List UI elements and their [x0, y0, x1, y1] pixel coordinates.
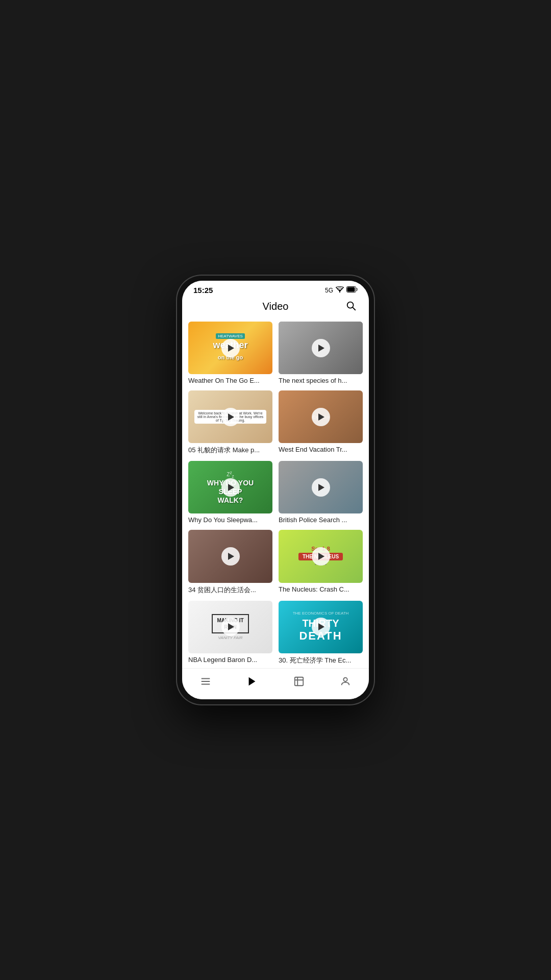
nav-articles[interactable] [192, 674, 219, 692]
play-button[interactable] [312, 339, 330, 357]
articles-icon [200, 676, 211, 690]
video-thumbnail: Expedia [279, 390, 363, 443]
video-title: British Police Search ... [279, 516, 363, 524]
play-button[interactable] [221, 478, 240, 497]
video-title: 30. 死亡经济学 The Ec... [279, 656, 363, 665]
battery-icon [346, 286, 358, 294]
play-button[interactable] [312, 547, 330, 566]
nav-profile[interactable] [332, 674, 359, 692]
video-title: Why Do You Sleepwa... [188, 516, 272, 524]
play-button[interactable] [312, 408, 330, 426]
nav-dict[interactable] [285, 674, 313, 692]
video-title: 34 贫困人口的生活会... [188, 585, 272, 595]
video-card[interactable]: ▶ The next species of h... [279, 322, 363, 384]
video-card[interactable]: Zzz WHY DO YOUSLEEPWALK? Why Do You Slee… [188, 461, 272, 524]
search-button[interactable] [343, 298, 359, 315]
video-thumbnail [188, 530, 272, 582]
play-button[interactable] [221, 618, 240, 636]
content-area: HEATWAVES weatheron the go Weather On Th… [182, 317, 369, 668]
video-thumbnail: MAKING ITRAIN VANITY FAIR [188, 601, 272, 653]
play-button[interactable] [221, 547, 240, 566]
phone-screen: 15:25 5G [182, 281, 369, 699]
wifi-icon [336, 286, 344, 294]
bottom-nav [182, 668, 369, 699]
video-thumbnail: Zzz WHY DO YOUSLEEPWALK? [188, 461, 272, 513]
video-title: The Nucleus: Crash C... [279, 585, 363, 593]
play-button[interactable] [221, 408, 240, 426]
video-card[interactable]: THE ECONOMICS OF DEATH THIRTY DEATH 30. … [279, 601, 363, 665]
page-title: Video [263, 301, 289, 312]
svg-rect-9 [295, 677, 304, 686]
video-title: West End Vacation Tr... [279, 446, 363, 453]
video-card[interactable]: Expedia West End Vacation Tr... [279, 390, 363, 455]
svg-line-4 [353, 307, 355, 310]
status-bar: 15:25 5G [182, 281, 369, 298]
video-icon [246, 676, 258, 690]
play-button[interactable] [312, 478, 330, 497]
video-thumbnail: Welcome back to English at Work. We're s… [188, 390, 272, 443]
video-card[interactable]: 34 贫困人口的生活会... [188, 530, 272, 594]
video-title: Weather On The Go E... [188, 377, 272, 384]
video-card[interactable]: British Police Search ... [279, 461, 363, 524]
video-title: 05 礼貌的请求 Make p... [188, 446, 272, 455]
dict-icon [293, 676, 305, 690]
svg-marker-8 [249, 677, 256, 686]
status-time: 15:25 [193, 286, 213, 295]
video-thumbnail: Ser 1-8 THE NUCLEUS • • • • • [279, 530, 363, 582]
play-button[interactable] [312, 618, 330, 636]
video-card[interactable]: Welcome back to English at Work. We're s… [188, 390, 272, 455]
phone-shell: 15:25 5G [176, 275, 375, 705]
play-button[interactable] [221, 339, 240, 357]
svg-point-0 [339, 291, 340, 292]
video-title: NBA Legend Baron D... [188, 656, 272, 664]
svg-point-12 [344, 678, 347, 681]
signal-icon: 5G [325, 287, 333, 294]
top-bar: Video [182, 298, 369, 317]
video-grid: HEATWAVES weatheron the go Weather On Th… [188, 322, 363, 665]
profile-icon [340, 676, 351, 690]
nav-video[interactable] [238, 674, 266, 692]
status-icons: 5G [325, 286, 358, 294]
video-thumbnail: THE ECONOMICS OF DEATH THIRTY DEATH [279, 601, 363, 653]
video-card[interactable]: Ser 1-8 THE NUCLEUS • • • • • The Nucleu… [279, 530, 363, 594]
video-thumbnail: HEATWAVES weatheron the go [188, 322, 272, 374]
video-card[interactable]: HEATWAVES weatheron the go Weather On Th… [188, 322, 272, 384]
video-thumbnail [279, 461, 363, 513]
video-title: The next species of h... [279, 377, 363, 384]
svg-rect-2 [347, 287, 355, 292]
video-card[interactable]: MAKING ITRAIN VANITY FAIR NBA Legend Bar… [188, 601, 272, 665]
video-thumbnail: ▶ [279, 322, 363, 374]
